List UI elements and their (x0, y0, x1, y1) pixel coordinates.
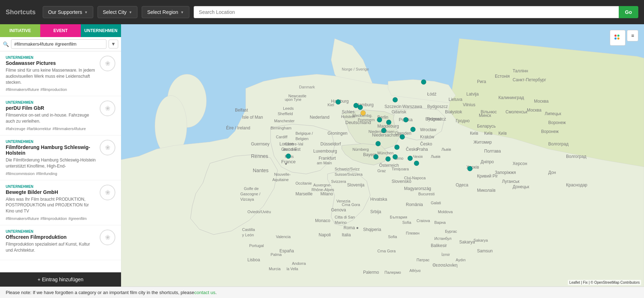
svg-text:Roma ●: Roma ● (344, 225, 359, 230)
svg-text:Rennes: Rennes (251, 153, 268, 159)
svg-text:Nederland: Nederland (310, 115, 329, 120)
svg-text:de Loire: de Loire (283, 147, 297, 151)
svg-text:Sakarya: Sakarya (459, 240, 475, 245)
contact-link[interactable]: contact us (194, 290, 215, 295)
caret-icon: ▼ (84, 10, 88, 14)
svg-point-180 (400, 134, 405, 139)
svg-text:Centre-Val: Centre-Val (285, 142, 303, 146)
svg-text:Belgien: Belgien (295, 137, 309, 141)
list-item[interactable]: UNTERNEHMEN Sodawasser Pictures Filme si… (0, 51, 121, 96)
map-attribution: Leaflet | Fix | © OpenStreetMap Contribu… (568, 280, 641, 285)
svg-text:Bucuresti: Bucuresti (418, 192, 435, 196)
search-input[interactable] (194, 6, 619, 18)
tag: #filmproduction (41, 87, 67, 92)
list-item[interactable]: UNTERNEHMEN perDU Film GbR Filmservice o… (0, 96, 121, 135)
svg-text:Monaco: Monaco (315, 218, 330, 223)
svg-text:Київ: Київ (484, 131, 492, 136)
svg-text:Таллінн: Таллінн (513, 68, 528, 73)
svg-text:Sheffield: Sheffield (278, 112, 293, 116)
svg-text:la Vella: la Vella (287, 267, 298, 271)
svg-text:Львів: Львів (431, 154, 440, 159)
main-layout: INITIATIVE EVENT UNTERNEHMEN 🔍 ▼ UNTERNE… (0, 24, 644, 287)
list-item[interactable]: UNTERNEHMEN Offscreen Filmproduktion Fil… (0, 225, 121, 260)
sidebar-search-input[interactable] (11, 39, 106, 49)
svg-text:Shqiperia: Shqiperia (363, 227, 381, 232)
svg-text:Санкт-Петербург: Санкт-Петербург (513, 77, 546, 82)
svg-text:Valencia: Valencia (276, 235, 291, 239)
svg-text:България: България (390, 215, 407, 219)
svg-text:Истанбул: Истанбул (434, 236, 451, 241)
item-desc: Filmservice on-set und in-house. Fahrzeu… (6, 112, 96, 124)
region-dropdown[interactable]: Select Region ▼ (142, 6, 189, 18)
svg-point-178 (381, 128, 386, 133)
go-button[interactable]: Go (619, 6, 638, 18)
svg-point-188 (467, 166, 472, 171)
svg-point-189 (286, 154, 291, 159)
svg-point-172 (358, 105, 363, 110)
tab-unternehmen[interactable]: UNTERNEHMEN (81, 24, 121, 37)
svg-text:München: München (377, 151, 393, 155)
item-avatar: ❀ (100, 140, 115, 155)
tag: #filmmakers4future (53, 127, 86, 131)
svg-point-175 (377, 117, 382, 122)
svg-text:Sakarya: Sakarya (473, 238, 488, 242)
svg-text:Москва: Москва (534, 99, 549, 104)
svg-text:Воронеж: Воронеж (548, 120, 566, 125)
svg-point-182 (394, 145, 399, 150)
supporters-dropdown[interactable]: Our Supporters ▼ (43, 6, 93, 18)
svg-text:Донецьк: Донецьк (513, 184, 529, 189)
map-area: Norge / Sverige Danmark Nederland Belgiq… (121, 24, 644, 287)
chevron-down-icon[interactable]: ▼ (109, 40, 118, 48)
svg-text:Житомир: Житомир (473, 140, 492, 145)
svg-text:Чехія: Чехія (413, 154, 423, 159)
svg-text:Sofia: Sofia (402, 220, 412, 225)
svg-text:Волгоград: Волгоград (548, 142, 569, 147)
tag: #farbkorrektur (27, 127, 51, 131)
item-desc: Alles was Ihr Film braucht PRODUKTION, P… (6, 196, 96, 214)
svg-text:Napoli: Napoli (319, 232, 331, 237)
svg-text:Дніпро: Дніпро (481, 159, 494, 164)
list-container[interactable]: UNTERNEHMEN Sodawasser Pictures Filme si… (0, 51, 121, 272)
svg-text:Frankfurt: Frankfurt (319, 156, 336, 161)
svg-text:Moldova: Moldova (438, 210, 453, 214)
tag: #filmfunding (36, 171, 57, 176)
svg-text:Калининград: Калининград (498, 95, 524, 100)
svg-text:Cluj-Napoca: Cluj-Napoca (404, 176, 426, 180)
svg-point-190 (393, 97, 398, 102)
svg-text:Rhône-Alpes: Rhône-Alpes (311, 187, 334, 192)
svg-text:Srbija: Srbija (370, 209, 381, 214)
tab-event[interactable]: EVENT (40, 24, 80, 37)
svg-text:Magyarország: Magyarország (404, 186, 431, 191)
svg-text:Golfe de: Golfe de (244, 186, 259, 191)
city-dropdown[interactable]: Select City ▼ (98, 6, 138, 18)
menu-icon[interactable]: ≡ (627, 30, 638, 41)
svg-text:Oviedo/Uviéu: Oviedo/Uviéu (247, 210, 271, 214)
svg-text:Cardiff: Cardiff (276, 135, 288, 139)
list-item[interactable]: UNTERNEHMEN Bewegte Bilder GmbH Alles wa… (0, 180, 121, 225)
svg-text:Isle of Man: Isle of Man (242, 115, 263, 120)
svg-text:Murcia: Murcia (269, 267, 281, 271)
item-category: UNTERNEHMEN (6, 185, 96, 189)
tag: #filmmakers4future (6, 87, 39, 92)
item-category: UNTERNEHMEN (6, 230, 96, 233)
item-title: Sodawasser Pictures (6, 60, 96, 66)
svg-text:Norge / Sverige: Norge / Sverige (342, 67, 369, 71)
item-desc: Filme sind für uns keine Massenware. In … (6, 67, 96, 85)
svg-text:Guernsey: Guernsey (251, 142, 269, 147)
svg-text:Бургас: Бургас (445, 229, 457, 233)
svg-text:Balikesir: Balikesir (431, 243, 447, 248)
tab-bar: INITIATIVE EVENT UNTERNEHMEN (0, 24, 121, 37)
svg-text:Gdańsk: Gdańsk (392, 109, 407, 114)
add-entry-btn[interactable]: + Eintrag hinzufügen (0, 272, 121, 287)
svg-text:Θεσσαλονίκη: Θεσσαλονίκη (433, 263, 457, 268)
svg-text:Рига: Рига (477, 79, 486, 84)
svg-text:Москва: Москва (527, 108, 541, 113)
svg-text:Gascogne /: Gascogne / (240, 192, 261, 196)
item-category: UNTERNEHMEN (6, 140, 96, 144)
svg-text:Birmingham: Birmingham (271, 126, 292, 130)
tab-initiative[interactable]: INITIATIVE (0, 24, 40, 37)
layer-toggle-btn[interactable] (610, 30, 625, 46)
svg-text:Миколаїв: Миколаїв (477, 188, 496, 193)
item-category: UNTERNEHMEN (6, 101, 96, 104)
list-item[interactable]: UNTERNEHMEN Filmförderung Hamburg Schles… (0, 135, 121, 180)
